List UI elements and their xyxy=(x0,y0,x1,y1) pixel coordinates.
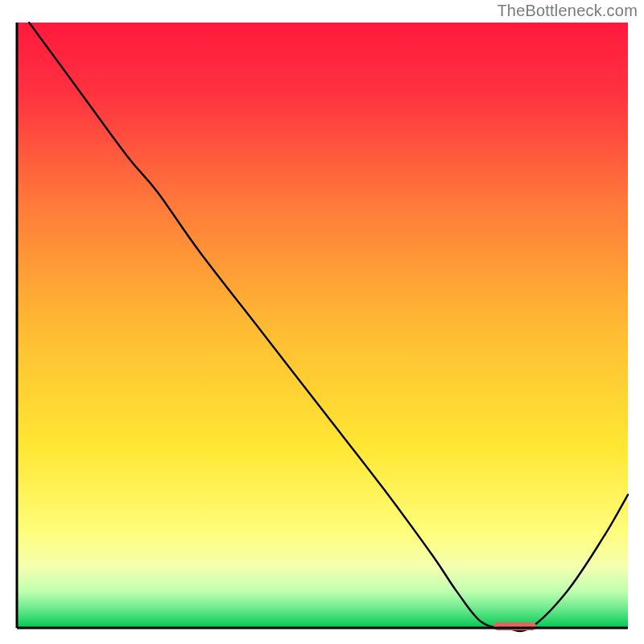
bottleneck-chart xyxy=(0,0,644,644)
chart-gradient-background xyxy=(17,23,628,628)
attribution-label: TheBottleneck.com xyxy=(497,2,638,20)
